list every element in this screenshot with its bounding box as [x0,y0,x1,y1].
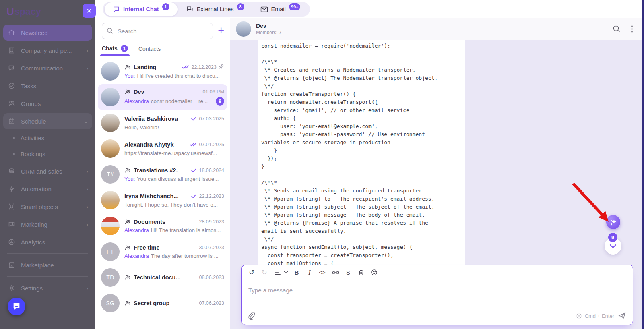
double-check-icon [190,141,197,148]
close-icon: ✕ [87,7,92,15]
group-icon [124,89,131,95]
users-icon [7,99,16,108]
tab-contacts[interactable]: Contacts [138,46,161,56]
avatar [101,217,120,235]
sidebar-item-automation[interactable]: Automation› [3,181,92,197]
chat-menu-kebab-icon[interactable] [631,25,633,33]
code-message-bubble: const nodemailer = require('nodemailer')… [258,40,465,284]
chat-list-item-iryna-mishchanch[interactable]: Iryna Mishchanch...22.12.2023Tonight, I … [98,187,227,213]
sidebar-item-schedule[interactable]: Schedule⌄ [3,113,92,129]
chevron-right-icon: › [87,65,88,71]
chat-date: 07.01.2025 [199,142,224,147]
sidebar-item-smart-objects[interactable]: Smart objects› [3,199,92,215]
redo-icon[interactable]: ↻ [258,267,270,278]
chat-name: Secret group [134,300,169,306]
app-window: Uspacy NewsfeedCompany and pe...›Communi… [0,0,644,329]
conversation-avatar[interactable] [236,21,251,37]
new-chat-button[interactable]: + [218,25,224,37]
message-input[interactable]: Type a message [242,280,633,312]
italic-icon[interactable]: I [303,267,316,278]
tab-email[interactable]: Email99+ [252,2,309,17]
avatar [101,62,120,81]
sidebar-item-settings[interactable]: Settings› [3,280,92,296]
support-chat-launcher[interactable] [8,298,25,315]
code-format-icon[interactable]: <> [316,267,328,278]
align-icon[interactable] [271,267,283,278]
emoji-icon[interactable] [368,267,380,278]
sidebar-subitem-bookings[interactable]: Bookings [3,147,92,161]
preview-sender: You: [124,73,135,79]
preview-text: Hi! I've created this chat to discu... [137,73,224,79]
search-in-chat-icon[interactable] [613,25,621,33]
home-icon [7,28,16,37]
sidebar-item-crm-and-sales[interactable]: CRM and sales› [3,163,92,179]
chat-list-item-dev[interactable]: Dev01:06 PMAlexandraconst nodemailer = r… [98,84,227,110]
chat-list-item-free-time[interactable]: FTFree time30.07.2023AlexandraThe day af… [98,239,227,265]
chat-list-item-alexandra-khytyk[interactable]: Alexandra Khytyk07.01.2025https://transl… [98,136,227,161]
close-sidebar-button[interactable]: ✕ [83,4,96,18]
attach-file-icon[interactable] [248,312,255,320]
align-chevron-down-icon[interactable] [284,267,290,278]
search-icon [107,27,114,36]
send-message-icon[interactable] [618,312,626,320]
bold-icon[interactable]: B [291,267,303,278]
preview-text: https://translate-me.uspacy.ua/newsf... [124,150,224,156]
window-edge-strip [642,0,644,329]
sidebar-item-groups[interactable]: Groups [3,95,92,112]
preview-text: Tonight, I hope so. They don't have o... [124,202,224,208]
chat-list-item-secret-group[interactable]: SGSecret group07.06.2023 [98,290,227,316]
sidebar-item-marketing[interactable]: Marketing› [3,216,92,232]
tab-chats[interactable]: Chats1 [102,45,128,56]
chat-list-item-valeriia-bashkirova[interactable]: Valeriia Bashkirova07.03.2025Hello, Vale… [98,110,227,136]
sidebar-divider [7,253,88,254]
chat-list-tabs: Chats1Contacts [95,42,230,56]
check-icon [191,192,197,200]
chat-list-item-documents[interactable]: Documents28.09.2023AlexandraHi! The tran… [98,213,227,239]
chat-date: 28.09.2023 [199,219,224,225]
chats-unread-badge: 1 [121,45,128,52]
chat-name: Translations #2. [134,167,178,174]
sidebar-item-communication[interactable]: Communication ...› [3,60,92,76]
avatar: T# [101,165,120,184]
double-check-icon [182,64,189,71]
chat-name: Iryna Mishchanch... [124,193,179,199]
avatar [101,88,120,106]
logo-text: spacy [14,6,41,17]
undo-icon[interactable]: ↺ [246,267,258,278]
sidebar-item-newsfeed[interactable]: Newsfeed [3,25,92,41]
chevron-right-icon: › [87,204,88,210]
store-icon [7,261,16,269]
sidebar-subitem-activities[interactable]: Activities [3,131,92,145]
tab-external-lines[interactable]: External Lines8 [178,2,252,17]
bubbles-icon [186,6,194,13]
chat-list-item-translations-2[interactable]: T#Translations #2.18.06.2024You:You can … [98,161,227,187]
sidebar-item-company-and-pe[interactable]: Company and pe...› [3,42,92,58]
link-icon[interactable] [329,267,341,278]
sidebar-item-analytics[interactable]: Analytics [3,234,92,250]
chart-icon [7,238,16,246]
sidebar-item-marketplace[interactable]: Marketplace [3,257,92,273]
sidebar-item-tasks[interactable]: Tasks [3,78,92,94]
search-input[interactable] [102,23,213,39]
coins-icon [7,167,16,176]
check-circle-icon [7,81,16,90]
chat-name: Landing [134,64,156,70]
building-icon [7,46,16,55]
chevron-right-icon: › [87,221,88,228]
uspacy-logo[interactable]: Uspacy [0,0,95,22]
chevron-down-icon: ⌄ [84,118,88,124]
main-sidebar: Uspacy NewsfeedCompany and pe...›Communi… [0,0,95,329]
tab-badge: 1 [162,3,169,10]
ai-assistant-button[interactable] [606,215,620,229]
trash-icon[interactable] [355,267,367,278]
chat-name: Valeriia Bashkirova [124,116,178,122]
chat-list-item-technical-docu[interactable]: TDTechnical docu...08.06.2023 [98,265,227,290]
chevron-down-icon [609,244,617,248]
chat-date: 30.07.2023 [199,245,224,250]
tab-internal-chat[interactable]: Internal Chat1 [104,2,178,17]
chat-pencil-icon [7,64,16,72]
chat-list-panel: + Chats1Contacts Landing22.12.2023You:Hi… [95,18,230,329]
chat-list-item-landing[interactable]: Landing22.12.2023You:Hi! I've created th… [98,58,227,84]
strikethrough-icon[interactable]: S [342,267,354,278]
bullet-icon [13,137,15,139]
